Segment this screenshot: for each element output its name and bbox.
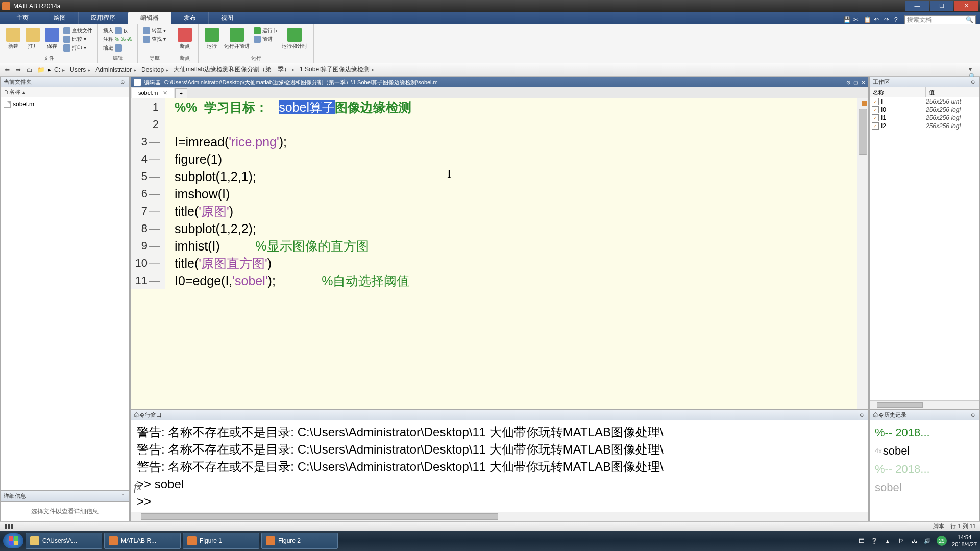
advance-button[interactable]: 前进: [253, 35, 279, 43]
window-minimize-button[interactable]: —: [905, 1, 929, 11]
breakpoints-button[interactable]: 断点: [176, 27, 194, 51]
tray-action-center-icon[interactable]: 🗔: [857, 537, 865, 545]
tray-clock[interactable]: 14:542018/4/27: [952, 534, 977, 548]
code-editor[interactable]: I 1%% 学习目标： sobel算子图像边缘检测23—I=imread('ri…: [131, 98, 868, 409]
tray-volume-icon[interactable]: 🔊: [923, 537, 932, 545]
address-bar: ⬅ ➡ 🗀 📁 ▸ C: Users Administrator Desktop…: [0, 63, 980, 77]
command-window-panel: 命令行窗口⊙ fx 警告: 名称不存在或不是目录: C:\Users\Admin…: [130, 409, 869, 521]
fx-icon[interactable]: fx: [134, 478, 142, 495]
crumb-3[interactable]: Desktop: [141, 66, 170, 73]
taskbar-item[interactable]: C:\Users\A...: [26, 533, 102, 549]
tray-badge[interactable]: 29: [937, 536, 947, 546]
group-label-edit: 编辑: [102, 54, 133, 62]
indent-button[interactable]: 缩进: [102, 44, 133, 52]
tab-home[interactable]: 主页: [4, 12, 41, 24]
text-cursor-icon: I: [447, 165, 451, 182]
tray-help-icon[interactable]: ❔: [870, 537, 878, 545]
ribbon-toolstrip: 新建 打开 保存 查找文件 比较 ▾ 打印 ▾ 文件 插入 fx 注释 % ‰ …: [0, 24, 980, 63]
mfile-icon: [4, 101, 11, 108]
compare-button[interactable]: 比较 ▾: [62, 35, 93, 43]
find-button[interactable]: 查找 ▾: [142, 35, 167, 43]
taskbar-item[interactable]: Figure 2: [261, 533, 338, 549]
tab-close-icon[interactable]: ✕: [163, 90, 167, 96]
history-list[interactable]: %-- 2018...4xsobel%-- 2018...sobel: [870, 420, 979, 521]
crumb-2[interactable]: Administrator: [95, 66, 138, 73]
tab-view[interactable]: 视图: [209, 12, 246, 24]
window-maximize-button[interactable]: ☐: [930, 1, 953, 11]
status-cursor-pos: 行 1 列 11: [950, 522, 976, 530]
tab-plots[interactable]: 绘图: [41, 12, 79, 24]
insert-button[interactable]: 插入 fx: [102, 27, 133, 35]
qat-save-icon[interactable]: 💾: [843, 16, 850, 23]
hist-menu-icon[interactable]: ⊙: [969, 412, 976, 419]
ws-col-value[interactable]: 值: [926, 87, 979, 97]
tray-chevron-up-icon[interactable]: ▴: [884, 537, 892, 545]
run-button[interactable]: 运行: [203, 27, 221, 51]
ws-variable-row[interactable]: ✓I256x256 uint: [870, 97, 979, 106]
tab-apps[interactable]: 应用程序: [79, 12, 128, 24]
nav-back-icon[interactable]: ⬅: [3, 66, 11, 74]
editor-max-icon[interactable]: ▢: [853, 80, 858, 85]
command-window[interactable]: fx 警告: 名称不存在或不是目录: C:\Users\Administrato…: [131, 420, 868, 512]
qat-redo-icon[interactable]: ↷: [884, 16, 891, 23]
history-panel: 命令历史记录⊙ %-- 2018...4xsobel%-- 2018...sob…: [869, 409, 980, 521]
qat-copy-icon[interactable]: 📋: [864, 16, 871, 23]
tray-flag-icon[interactable]: 🏳: [897, 537, 905, 545]
comment-button[interactable]: 注释 % ‰ ⁂: [102, 35, 133, 43]
editor-min-icon[interactable]: ⊙: [846, 80, 850, 85]
editor-new-tab[interactable]: +: [175, 88, 187, 98]
panel-menu-icon[interactable]: ⊙: [119, 79, 126, 86]
new-button[interactable]: 新建: [4, 27, 22, 52]
group-label-run: 运行: [203, 54, 309, 62]
qat-help-icon[interactable]: ?: [894, 16, 901, 23]
editor-header-prefix: 编辑器 -: [144, 79, 164, 86]
editor-tab[interactable]: sobel.m ✕: [132, 88, 174, 98]
ws-variable-row[interactable]: ✓I0256x256 logi: [870, 106, 979, 114]
start-button[interactable]: [3, 533, 23, 548]
run-advance-button[interactable]: 运行并前进: [222, 27, 252, 51]
crumb-1[interactable]: Users: [70, 66, 92, 73]
print-button[interactable]: 打印 ▾: [62, 44, 93, 52]
cmd-menu-icon[interactable]: ⊙: [858, 412, 865, 419]
editor-icon: [134, 79, 141, 86]
group-label-nav: 导航: [142, 54, 167, 62]
run-section-button[interactable]: 运行节: [253, 27, 279, 35]
ws-col-name[interactable]: 名称: [870, 87, 926, 97]
taskbar-item[interactable]: MATLAB R...: [104, 533, 181, 549]
run-time-button[interactable]: 运行和计时: [280, 27, 309, 51]
filelist-header[interactable]: 🗋 名称▴: [1, 87, 129, 97]
nav-fwd-icon[interactable]: ➡: [14, 66, 22, 74]
goto-button[interactable]: 转至 ▾: [142, 27, 167, 35]
matlab-statusbar: ▮▮▮ 脚本 行 1 列 11: [0, 521, 980, 531]
ws-variable-row[interactable]: ✓I1256x256 logi: [870, 114, 979, 122]
save-button[interactable]: 保存: [43, 27, 61, 52]
editor-vscrollbar[interactable]: [857, 98, 868, 409]
tray-network-icon[interactable]: 🖧: [910, 537, 918, 545]
qat-undo-icon[interactable]: ↶: [874, 16, 881, 23]
nav-up-icon[interactable]: 🗀: [26, 66, 34, 74]
nav-folder-icon[interactable]: 📁: [37, 66, 45, 74]
crumb-0[interactable]: C:: [54, 66, 67, 73]
file-item[interactable]: sobel.m: [3, 99, 127, 109]
editor-close-icon[interactable]: ✕: [861, 80, 865, 85]
ws-hscrollbar[interactable]: [870, 400, 979, 409]
taskbar-item[interactable]: Figure 1: [183, 533, 259, 549]
tab-publish[interactable]: 发布: [172, 12, 209, 24]
ws-variable-row[interactable]: ✓I2256x256 logi: [870, 122, 979, 130]
findfiles-button[interactable]: 查找文件: [62, 27, 93, 35]
crumb-4[interactable]: 大仙matlab边缘检测和图像分割（第一季）: [174, 65, 297, 74]
details-collapse-icon[interactable]: ˄: [119, 493, 126, 500]
doc-search-input[interactable]: 搜索文档 🔍: [904, 15, 976, 24]
addr-dropdown-icon[interactable]: ▾ 🔍: [969, 66, 977, 74]
tab-editor[interactable]: 编辑器: [128, 12, 172, 24]
search-icon: 🔍: [966, 16, 973, 23]
cmd-hscrollbar[interactable]: [131, 512, 868, 521]
status-busy-icon: ▮▮▮: [4, 523, 13, 530]
status-script: 脚本: [933, 522, 944, 530]
ws-menu-icon[interactable]: ⊙: [969, 79, 976, 86]
open-button[interactable]: 打开: [23, 27, 42, 52]
details-title: 详细信息: [4, 492, 26, 500]
crumb-5[interactable]: 1 Sobel算子图像边缘检测: [300, 65, 376, 74]
window-close-button[interactable]: ✕: [954, 1, 978, 11]
qat-cut-icon[interactable]: ✂: [853, 16, 861, 23]
